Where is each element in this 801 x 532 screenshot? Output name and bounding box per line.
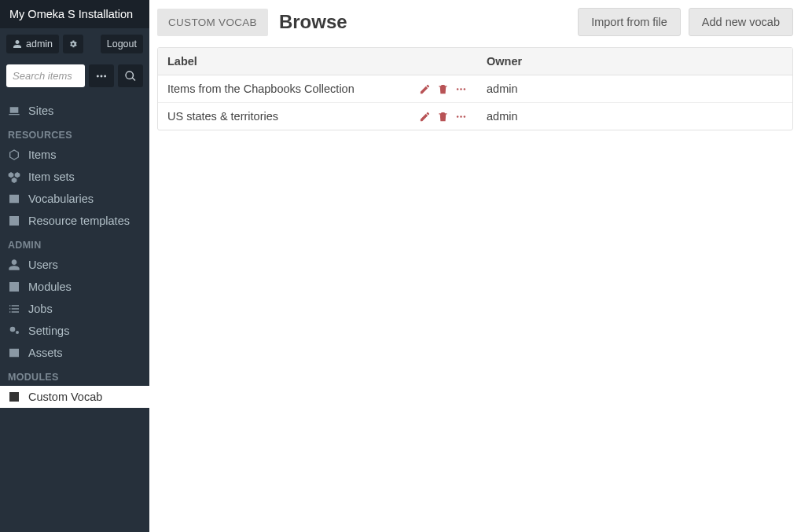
logout-button[interactable]: Logout (101, 35, 143, 53)
more-icon[interactable] (455, 83, 467, 95)
nav-label: Items (28, 149, 56, 161)
search-row (0, 60, 149, 95)
gear-icon (68, 39, 78, 49)
nav-label: Assets (28, 347, 63, 359)
user-icon (13, 39, 22, 49)
th-label[interactable]: Label (158, 48, 410, 75)
nav-label: Vocabularies (28, 193, 94, 205)
import-button[interactable]: Import from file (578, 8, 681, 36)
nav-header-resources: RESOURCES (0, 122, 149, 144)
nav-label: Custom Vocab (28, 391, 102, 403)
brand-title[interactable]: My Omeka S Installation (0, 0, 149, 28)
nav-label: Item sets (28, 171, 75, 183)
svg-point-4 (460, 88, 462, 90)
nav-items[interactable]: Items (0, 144, 149, 166)
nav-header-admin: ADMIN (0, 232, 149, 254)
svg-point-5 (464, 88, 466, 90)
nav: Sites RESOURCES Items Item sets Vocabula… (0, 95, 149, 413)
page-title: Browse (279, 11, 347, 33)
nav-vocabularies[interactable]: Vocabularies (0, 188, 149, 210)
cubes-icon (8, 171, 20, 183)
svg-point-0 (97, 75, 99, 77)
nav-sites[interactable]: Sites (0, 100, 149, 122)
search-input[interactable] (6, 64, 85, 87)
table-header: Label Owner (158, 48, 792, 75)
nav-header-modules: MODULES (0, 364, 149, 386)
add-vocab-button[interactable]: Add new vocab (689, 8, 793, 36)
nav-label: Jobs (28, 303, 53, 315)
image-icon (8, 347, 20, 359)
nav-item-sets[interactable]: Item sets (0, 166, 149, 188)
tasks-icon (8, 303, 20, 315)
th-owner[interactable]: Owner (477, 48, 792, 75)
table-row: Items from the Chapbooks Collectionadmin (158, 75, 792, 103)
svg-point-7 (460, 116, 462, 118)
plus-square-icon (8, 391, 20, 403)
more-icon[interactable] (455, 111, 467, 123)
edit-icon[interactable] (419, 83, 431, 95)
sidebar: My Omeka S Installation admin Logout Sit… (0, 0, 149, 532)
main: CUSTOM VOCAB Browse Import from file Add… (149, 0, 801, 532)
nav-users[interactable]: Users (0, 254, 149, 276)
nav-label: Settings (28, 325, 69, 337)
nav-label: Modules (28, 281, 72, 293)
nav-settings[interactable]: Settings (0, 320, 149, 342)
vocab-label[interactable]: US states & territories (158, 103, 410, 130)
svg-point-3 (457, 88, 459, 90)
breadcrumb[interactable]: CUSTOM VOCAB (157, 9, 268, 36)
list-alt-icon (8, 193, 20, 205)
search-options-button[interactable] (89, 64, 114, 87)
table-row: US states & territoriesadmin (158, 103, 792, 130)
nav-jobs[interactable]: Jobs (0, 298, 149, 320)
svg-point-2 (104, 75, 106, 77)
settings-button[interactable] (63, 35, 83, 53)
svg-point-1 (101, 75, 103, 77)
nav-label: Resource templates (28, 215, 130, 227)
nav-modules[interactable]: Modules (0, 276, 149, 298)
page-header: CUSTOM VOCAB Browse Import from file Add… (157, 8, 793, 36)
nav-assets[interactable]: Assets (0, 342, 149, 364)
svg-point-8 (464, 116, 466, 118)
trash-icon[interactable] (437, 83, 449, 95)
vocab-owner: admin (477, 103, 792, 130)
search-submit-button[interactable] (118, 64, 143, 87)
plus-square-icon (8, 281, 20, 293)
search-icon (124, 70, 137, 83)
svg-point-6 (457, 116, 459, 118)
nav-label: Sites (28, 105, 53, 117)
ellipsis-icon (95, 70, 108, 83)
nav-resource-templates[interactable]: Resource templates (0, 210, 149, 232)
vocab-table: Label Owner Items from the Chapbooks Col… (157, 47, 793, 130)
pencil-square-icon (8, 215, 20, 227)
user-icon (8, 259, 20, 271)
user-bar: admin Logout (0, 28, 149, 60)
cogs-icon (8, 325, 20, 337)
vocab-owner: admin (477, 75, 792, 102)
user-name: admin (26, 39, 53, 50)
nav-label: Users (28, 259, 58, 271)
edit-icon[interactable] (419, 111, 431, 123)
nav-custom-vocab[interactable]: Custom Vocab (0, 386, 149, 408)
cube-icon (8, 149, 20, 161)
trash-icon[interactable] (437, 111, 449, 123)
laptop-icon (8, 105, 20, 117)
user-button[interactable]: admin (6, 35, 59, 53)
vocab-label[interactable]: Items from the Chapbooks Collection (158, 75, 410, 102)
